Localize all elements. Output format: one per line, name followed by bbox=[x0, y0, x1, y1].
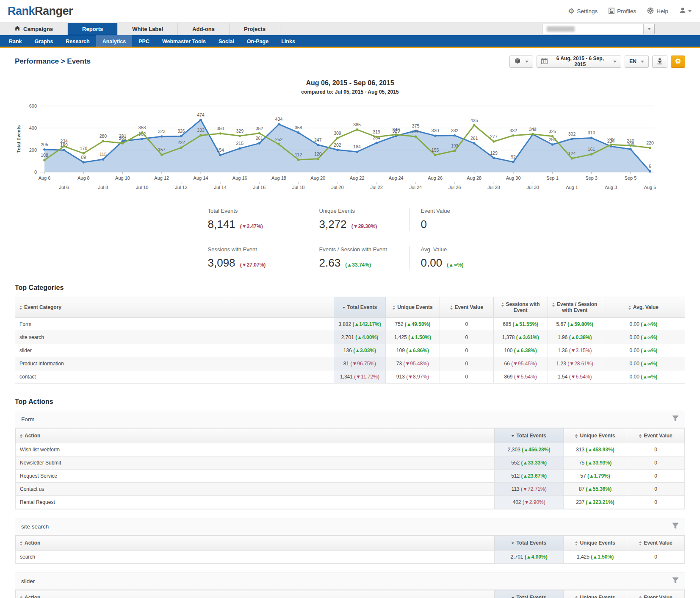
column-header[interactable]: Action bbox=[16, 590, 495, 598]
column-header[interactable]: Sessions with Event bbox=[493, 297, 548, 318]
column-header[interactable]: Unique Events bbox=[385, 297, 440, 318]
tab-reports[interactable]: Reports bbox=[68, 23, 118, 35]
subnav-graphs[interactable]: Graphs bbox=[28, 35, 60, 47]
calendar-icon bbox=[541, 58, 548, 65]
summary-card-label: Events / Session with Event bbox=[319, 246, 409, 253]
column-header[interactable]: Unique Events bbox=[564, 536, 627, 551]
svg-text:Jul 30: Jul 30 bbox=[527, 185, 539, 190]
row-value: 0.00 (▲∞%) bbox=[602, 357, 685, 370]
subnav-links[interactable]: Links bbox=[275, 35, 302, 47]
logo[interactable]: RankRanger bbox=[8, 5, 73, 18]
sort-icon bbox=[639, 596, 642, 598]
sort-icon bbox=[639, 434, 642, 438]
svg-text:6: 6 bbox=[649, 164, 651, 169]
top-categories-table: Event CategoryTotal EventsUnique EventsE… bbox=[15, 297, 685, 384]
subnav-rank[interactable]: Rank bbox=[3, 35, 28, 47]
tab-campaigns[interactable]: Campaigns bbox=[0, 23, 68, 35]
column-header[interactable]: Unique Events bbox=[564, 590, 627, 598]
tab-white-label[interactable]: White Label bbox=[118, 23, 178, 35]
column-header[interactable]: Events / Session with Event bbox=[548, 297, 602, 318]
sort-desc-icon bbox=[512, 435, 514, 437]
column-header[interactable]: Event Value bbox=[627, 536, 685, 551]
delta: (▲142.17%) bbox=[353, 321, 381, 327]
row-value: 1.54 (▼6.54%) bbox=[548, 370, 602, 384]
svg-text:309: 309 bbox=[334, 131, 341, 136]
svg-text:385: 385 bbox=[353, 122, 361, 127]
svg-text:Aug 12: Aug 12 bbox=[154, 175, 169, 181]
subnav-research[interactable]: Research bbox=[59, 35, 96, 47]
content: Performance > Events 6 Aug, 2015 - 6 Sep… bbox=[0, 55, 700, 598]
caret-down-icon bbox=[688, 10, 692, 12]
delta: (▼95.48%) bbox=[403, 361, 429, 367]
row-value: 57 (▲1.79%) bbox=[564, 470, 627, 483]
filter-icon[interactable] bbox=[672, 415, 679, 423]
svg-text:Jul 28: Jul 28 bbox=[487, 185, 500, 190]
column-header[interactable]: Event Value bbox=[627, 428, 685, 443]
subnav-ppc[interactable]: PPC bbox=[132, 35, 156, 47]
sort-icon bbox=[575, 434, 578, 438]
sort-icon bbox=[19, 306, 22, 310]
sort-desc-icon bbox=[343, 307, 345, 309]
svg-text:252: 252 bbox=[275, 137, 283, 142]
column-header[interactable]: Avg. Value bbox=[602, 297, 685, 318]
column-header[interactable]: Action bbox=[16, 428, 495, 443]
settings-link[interactable]: ⚙ Settings bbox=[568, 8, 598, 15]
delta: (▲∞%) bbox=[641, 334, 657, 340]
summary-card-value: 0.00 (▲∞%) bbox=[421, 256, 494, 270]
delta: (▲0.38%) bbox=[569, 334, 592, 340]
sort-desc-icon bbox=[512, 542, 514, 544]
delta: (▼72.71%) bbox=[521, 486, 547, 492]
summary-card-value: 3,272 (▼29.30%) bbox=[319, 218, 409, 231]
summary-cards: Total Events8,141 (▼2.47%)Unique Events3… bbox=[206, 208, 494, 270]
column-header[interactable]: Total Events bbox=[495, 536, 564, 551]
summary-card-value: 8,141 (▼2.47%) bbox=[208, 218, 308, 231]
campaign-selector-caret[interactable] bbox=[643, 24, 654, 34]
filter-icon[interactable] bbox=[672, 577, 679, 585]
date-range-button[interactable]: 6 Aug, 2015 - 6 Sep, 2015 bbox=[537, 56, 621, 68]
subnav-on-page[interactable]: On-Page bbox=[241, 35, 275, 47]
row-value: 0 bbox=[627, 470, 685, 483]
language-button[interactable]: EN bbox=[625, 56, 649, 68]
summary-card-label: Avg. Value bbox=[421, 246, 494, 253]
column-header[interactable]: Event Value bbox=[440, 297, 493, 318]
profiles-link[interactable]: Profiles bbox=[609, 8, 636, 15]
download-button[interactable] bbox=[652, 56, 667, 68]
svg-text:322: 322 bbox=[412, 129, 420, 134]
row-value: 0.00 (▲∞%) bbox=[602, 370, 685, 384]
subnav-social[interactable]: Social bbox=[212, 35, 241, 47]
svg-text:425: 425 bbox=[470, 118, 478, 123]
top-header: RankRanger ⚙ Settings Profiles Help bbox=[0, 0, 700, 22]
tab-label: Projects bbox=[244, 26, 266, 32]
subnav-analytics[interactable]: Analytics bbox=[96, 35, 133, 47]
filter-icon[interactable] bbox=[672, 523, 679, 531]
column-header[interactable]: Total Events bbox=[334, 297, 386, 318]
summary-card-delta: (▼2.47%) bbox=[240, 223, 263, 229]
svg-text:200: 200 bbox=[29, 147, 37, 153]
row-value: 2,701 (▲4.00%) bbox=[334, 331, 386, 344]
svg-text:600: 600 bbox=[29, 103, 37, 108]
tab-add-ons[interactable]: Add-ons bbox=[178, 23, 230, 35]
svg-text:0: 0 bbox=[34, 170, 37, 175]
svg-text:Sep 1: Sep 1 bbox=[546, 175, 559, 181]
report-settings-button[interactable]: ⚙ bbox=[671, 56, 685, 68]
row-value: 66 (▼95.45%) bbox=[493, 357, 548, 370]
chart-title: Aug 06, 2015 - Sep 06, 2015 bbox=[15, 79, 685, 87]
tab-projects[interactable]: Projects bbox=[230, 23, 280, 35]
column-header[interactable]: Event Category bbox=[15, 297, 334, 318]
campaign-selector[interactable] bbox=[542, 24, 655, 34]
row-value: 0.00 (▲∞%) bbox=[602, 344, 685, 357]
row-value: 113 (▼72.71%) bbox=[495, 483, 564, 496]
user-menu[interactable] bbox=[679, 7, 692, 15]
sort-icon bbox=[575, 596, 578, 598]
column-header[interactable]: Event Value bbox=[627, 590, 685, 598]
column-header[interactable]: Unique Events bbox=[564, 428, 627, 443]
delta: (▲4.00%) bbox=[525, 554, 548, 560]
column-header[interactable]: Total Events bbox=[495, 590, 564, 598]
column-header[interactable]: Total Events bbox=[495, 428, 564, 443]
table-row: Form3,882 (▲142.17%)752 (▲49.50%)0685 (▲… bbox=[15, 318, 685, 331]
column-header[interactable]: Action bbox=[16, 536, 495, 551]
subnav-webmaster-tools[interactable]: Webmaster Tools bbox=[156, 35, 212, 47]
summary-card: Unique Events3,272 (▼29.30%) bbox=[308, 208, 409, 231]
help-link[interactable]: Help bbox=[647, 7, 668, 15]
integrations-button[interactable] bbox=[509, 56, 533, 68]
